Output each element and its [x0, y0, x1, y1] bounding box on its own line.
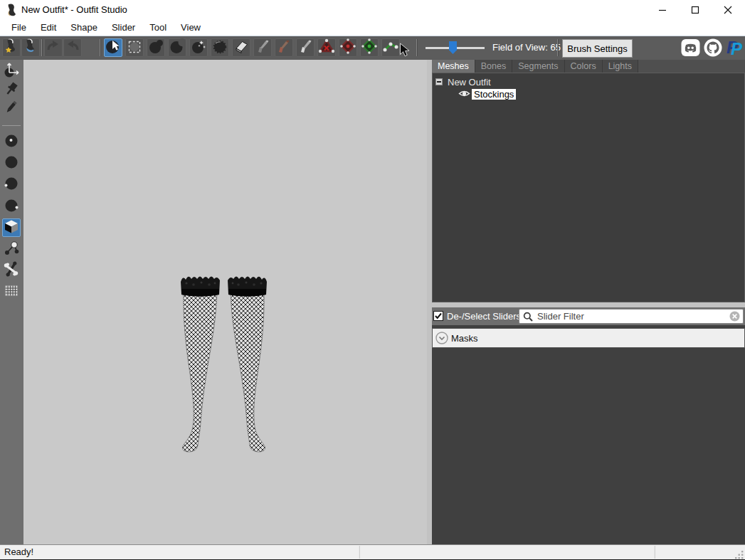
- toolbar-separator: [41, 39, 42, 56]
- menu-bar: File Edit Shape Slider Tool View: [0, 19, 745, 36]
- status-bar: [0, 544, 745, 560]
- mesh-panel-tabs: Meshes Bones Segments Colors Lights: [432, 60, 745, 73]
- pose-bones-button[interactable]: [381, 38, 400, 57]
- stockings-mesh[interactable]: [176, 270, 280, 457]
- search-icon: [523, 312, 533, 322]
- brush-settings-button[interactable]: Brush Settings: [562, 39, 633, 58]
- github-link[interactable]: [704, 38, 722, 60]
- deflate-brush-button[interactable]: [168, 38, 186, 57]
- redo-button[interactable]: [63, 38, 82, 57]
- sphere-dot-right-icon: [3, 197, 20, 217]
- pin-icon: [3, 80, 20, 100]
- title-bar: New Outfit* - Outfit Studio: [0, 0, 745, 19]
- tab-segments[interactable]: Segments: [512, 60, 564, 73]
- maximize-button[interactable]: [679, 0, 712, 19]
- sphere-dot-center-button[interactable]: [2, 133, 21, 152]
- slider-filter-input[interactable]: [536, 310, 729, 322]
- horizontal-splitter[interactable]: [432, 302, 745, 307]
- undo-button[interactable]: [44, 38, 63, 57]
- slider-filter-searchbox: [519, 309, 744, 324]
- alpha-brush-button[interactable]: [296, 38, 315, 57]
- grid-toggle-button[interactable]: [2, 282, 21, 301]
- menu-shape[interactable]: Shape: [63, 20, 105, 35]
- toolbar-separator: [416, 39, 417, 56]
- inflate-brush-icon: [147, 38, 164, 58]
- menu-slider[interactable]: Slider: [105, 20, 142, 35]
- tree-root-label: New Outfit: [448, 77, 491, 88]
- menu-tool[interactable]: Tool: [142, 20, 174, 35]
- smooth-brush-icon: [190, 38, 207, 58]
- pin-vertices-button[interactable]: [2, 81, 21, 100]
- collapse-minus-icon[interactable]: [435, 78, 443, 85]
- color-brush-icon: [275, 38, 292, 58]
- perspective-cube-button[interactable]: [2, 218, 21, 237]
- tree-item-stockings[interactable]: Stockings: [458, 88, 516, 100]
- close-button[interactable]: [712, 0, 744, 19]
- svg-text:P: P: [731, 39, 743, 57]
- move-brush-icon: [211, 38, 228, 58]
- status-separator: [655, 546, 655, 559]
- tab-bones[interactable]: Bones: [475, 60, 512, 73]
- toolbar-separator: [557, 39, 558, 56]
- menu-file[interactable]: File: [4, 20, 33, 35]
- redo-icon: [65, 38, 80, 57]
- select-tool-button[interactable]: [104, 38, 122, 57]
- app-logo-icon: [6, 4, 17, 19]
- clear-filter-icon[interactable]: [729, 311, 740, 322]
- transform-widget-button[interactable]: [2, 62, 21, 80]
- tree-item-new-outfit[interactable]: New Outfit: [435, 76, 491, 88]
- window-title: New Outfit* - Outfit Studio: [21, 0, 127, 19]
- visibility-eye-icon[interactable]: [458, 88, 470, 101]
- inflate-brush-button[interactable]: [147, 38, 165, 57]
- menu-view[interactable]: View: [174, 20, 208, 35]
- collision-brush-button[interactable]: [317, 38, 336, 57]
- outfit-studio-window: New Outfit* - Outfit Studio File Edit Sh…: [0, 0, 745, 560]
- sphere-dot-right-button[interactable]: [2, 198, 21, 216]
- grid-icon: [3, 282, 20, 302]
- tab-meshes[interactable]: Meshes: [432, 60, 475, 73]
- transform-axes-icon: [3, 61, 20, 81]
- pose-bones-icon: [382, 38, 399, 58]
- meshes-tree: [432, 73, 745, 302]
- sphere-solid-button[interactable]: [2, 154, 21, 173]
- mask-brush-button[interactable]: [125, 38, 144, 57]
- collision-triangle-icon: [318, 38, 335, 58]
- status-message: Ready!: [4, 545, 33, 559]
- chevron-down-icon[interactable]: [435, 332, 448, 344]
- vertex-edit-toggle-button[interactable]: [360, 38, 379, 57]
- menu-edit[interactable]: Edit: [33, 20, 63, 35]
- sphere-dot-left-button[interactable]: [2, 176, 21, 194]
- status-separator: [359, 546, 360, 559]
- discord-link[interactable]: [681, 38, 700, 60]
- move-brush-button[interactable]: [211, 38, 229, 57]
- color-brush-button[interactable]: [275, 38, 293, 57]
- pencil-edit-button[interactable]: [2, 99, 21, 117]
- undo-icon: [46, 38, 61, 57]
- tab-colors[interactable]: Colors: [565, 60, 603, 73]
- minimize-button[interactable]: [646, 0, 679, 19]
- vertical-splitter[interactable]: [427, 60, 432, 544]
- sphere-solid-icon: [3, 154, 20, 174]
- bone-icon: [3, 260, 20, 280]
- toolbar-separator: [100, 39, 100, 56]
- weight-brush-button[interactable]: [253, 38, 272, 57]
- deselect-sliders-checkbox[interactable]: [433, 311, 443, 321]
- github-icon: [704, 47, 722, 59]
- transform-toggle-button[interactable]: [339, 38, 357, 57]
- pencil-icon: [3, 98, 20, 118]
- connect-vertices-button[interactable]: [2, 240, 21, 258]
- tab-lights[interactable]: Lights: [603, 60, 638, 73]
- save-project-button[interactable]: [21, 38, 40, 57]
- weight-brush-icon: [254, 38, 271, 58]
- smooth-brush-button[interactable]: [189, 38, 208, 57]
- eraser-brush-button[interactable]: [232, 38, 250, 57]
- discord-icon: [681, 47, 700, 59]
- eraser-icon: [233, 38, 250, 58]
- masks-section-header[interactable]: Masks: [432, 328, 745, 348]
- mask-brush-icon: [126, 38, 143, 58]
- paypal-link[interactable]: P P: [725, 38, 744, 60]
- bones-toggle-button[interactable]: [2, 261, 21, 280]
- side-toolbar-separator: [2, 125, 21, 126]
- load-project-button[interactable]: [2, 38, 21, 57]
- resize-grip[interactable]: [735, 549, 744, 560]
